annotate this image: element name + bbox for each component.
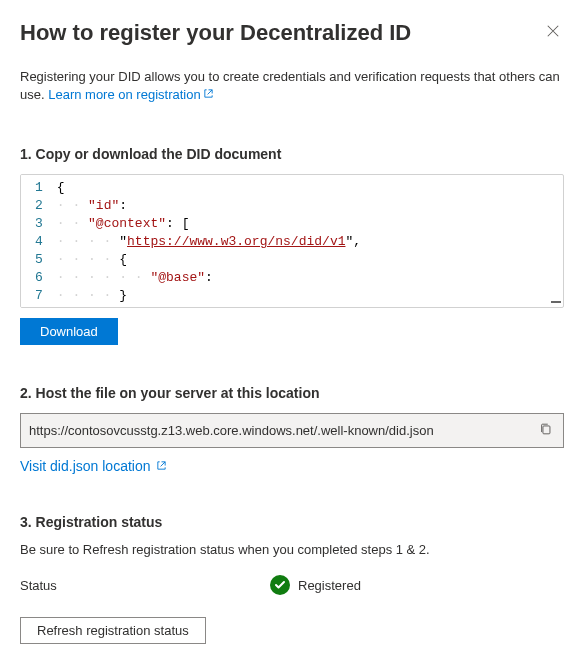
- code-content: {· · "id":· · "@context": [· · · · "http…: [57, 175, 563, 307]
- copy-location-button[interactable]: [537, 420, 555, 441]
- step-3-heading: 3. Registration status: [20, 514, 564, 530]
- did-document-code[interactable]: 1234567 {· · "id":· · "@context": [· · ·…: [20, 174, 564, 308]
- code-gutter: 1234567: [21, 175, 57, 307]
- status-value: Registered: [270, 575, 361, 595]
- step-2-heading: 2. Host the file on your server at this …: [20, 385, 564, 401]
- download-button[interactable]: Download: [20, 318, 118, 345]
- refresh-status-button[interactable]: Refresh registration status: [20, 617, 206, 644]
- visit-location-link-text: Visit did.json location: [20, 458, 150, 474]
- status-value-text: Registered: [298, 578, 361, 593]
- copy-icon: [539, 424, 553, 439]
- step-3-section: 3. Registration status Be sure to Refres…: [20, 514, 564, 644]
- close-icon: [546, 24, 560, 41]
- scrollbar-stub: [551, 301, 561, 303]
- learn-more-link-text: Learn more on registration: [48, 87, 200, 102]
- status-row: Status Registered: [20, 575, 564, 595]
- step-3-instruction: Be sure to Refresh registration status w…: [20, 542, 564, 557]
- location-input[interactable]: [29, 423, 537, 438]
- success-check-icon: [270, 575, 290, 595]
- svg-rect-0: [543, 426, 550, 434]
- external-link-icon: [201, 87, 214, 102]
- step-1-section: 1. Copy or download the DID document 123…: [20, 146, 564, 345]
- external-link-icon: [154, 458, 167, 474]
- dialog-title: How to register your Decentralized ID: [20, 20, 411, 46]
- close-button[interactable]: [542, 20, 564, 46]
- visit-location-link[interactable]: Visit did.json location: [20, 458, 167, 474]
- status-label: Status: [20, 578, 270, 593]
- dialog-description: Registering your DID allows you to creat…: [20, 68, 564, 104]
- location-field-wrapper: [20, 413, 564, 448]
- learn-more-link[interactable]: Learn more on registration: [48, 87, 213, 102]
- step-2-section: 2. Host the file on your server at this …: [20, 385, 564, 474]
- step-1-heading: 1. Copy or download the DID document: [20, 146, 564, 162]
